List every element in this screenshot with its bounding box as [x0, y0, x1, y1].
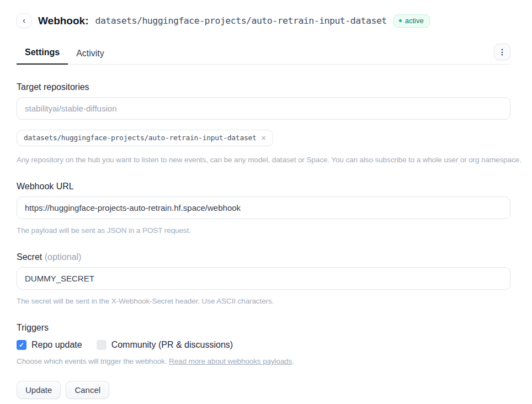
webhook-url-help: The payload will be sent as JSON in a PO…	[17, 226, 510, 235]
target-repositories-help: Any repository on the hub you want to li…	[17, 156, 510, 164]
repo-chip-label: datasets/huggingface-projects/auto-retra…	[24, 134, 257, 142]
status-badge-label: active	[405, 17, 424, 25]
triggers-label: Triggers	[17, 323, 510, 333]
update-button[interactable]: Update	[17, 381, 61, 399]
chevron-left-icon: ‹	[23, 15, 25, 25]
triggers-help-suffix: .	[292, 357, 294, 365]
target-repositories-input[interactable]	[17, 97, 510, 120]
more-options-button[interactable]: ⋮	[494, 44, 510, 60]
back-button[interactable]: ‹	[17, 13, 31, 28]
triggers-options: ✓ Repo update Community (PR & discussion…	[17, 340, 510, 350]
triggers-help-prefix: Choose which events will trigger the web…	[17, 357, 169, 365]
secret-label: Secret (optional)	[17, 252, 510, 262]
chip-remove-icon[interactable]: ×	[262, 134, 266, 142]
tab-bar: Settings Activity ⋮	[17, 44, 510, 65]
secret-label-text: Secret	[17, 252, 42, 262]
webhooks-payloads-link[interactable]: Read more about webhooks payloads	[169, 357, 292, 365]
target-repositories-label: Target repositories	[17, 82, 510, 92]
status-badge: active	[393, 14, 430, 28]
checkbox-unchecked-icon[interactable]	[97, 340, 107, 350]
webhook-url-label: Webhook URL	[17, 182, 510, 192]
cancel-button[interactable]: Cancel	[66, 381, 109, 399]
webhook-settings-page: ‹ Webhook: datasets/huggingface-projects…	[0, 0, 532, 399]
triggers-help: Choose which events will trigger the web…	[17, 357, 510, 365]
trigger-repo-update-label: Repo update	[31, 340, 82, 350]
trigger-repo-update[interactable]: ✓ Repo update	[17, 340, 82, 350]
secret-optional-text: (optional)	[45, 252, 82, 262]
webhook-url-input[interactable]	[17, 196, 510, 219]
selected-repos: datasets/huggingface-projects/auto-retra…	[17, 130, 510, 146]
checkbox-checked-icon[interactable]: ✓	[17, 340, 26, 350]
kebab-menu-icon: ⋮	[498, 47, 506, 56]
tab-activity[interactable]: Activity	[68, 45, 113, 65]
page-title: Webhook:	[38, 15, 88, 27]
form-actions: Update Cancel	[17, 381, 510, 399]
page-header: ‹ Webhook: datasets/huggingface-projects…	[17, 13, 510, 28]
trigger-community[interactable]: Community (PR & discussions)	[97, 340, 233, 350]
secret-help: The secret will be sent in the X-Webhook…	[17, 297, 510, 305]
trigger-community-label: Community (PR & discussions)	[111, 340, 233, 350]
secret-input[interactable]	[17, 267, 510, 290]
status-dot-icon	[399, 19, 402, 22]
tab-settings[interactable]: Settings	[17, 44, 68, 65]
webhook-repo-path: datasets/huggingface-projects/auto-retra…	[95, 15, 386, 26]
repo-chip: datasets/huggingface-projects/auto-retra…	[17, 130, 273, 146]
